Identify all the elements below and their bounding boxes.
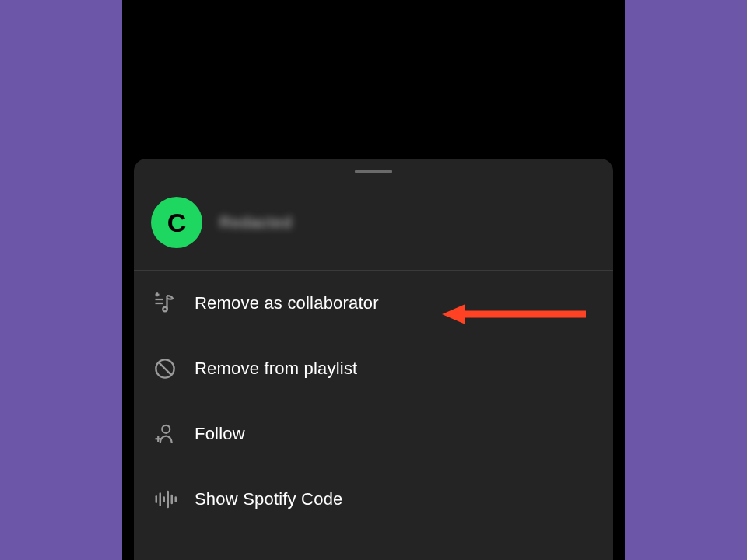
ban-icon (153, 356, 177, 381)
menu-item-remove-collaborator[interactable]: Remove as collaborator (134, 271, 613, 336)
svg-point-7 (162, 425, 170, 433)
menu-label: Show Spotify Code (195, 489, 343, 509)
menu-item-show-spotify-code[interactable]: Show Spotify Code (134, 467, 613, 532)
phone-frame: C Redacted (122, 0, 625, 560)
avatar-letter: C (167, 208, 187, 238)
add-to-playlist-icon (153, 291, 177, 316)
soundwave-icon (153, 487, 177, 512)
user-name: Redacted (219, 214, 293, 232)
menu-item-follow[interactable]: Follow (134, 401, 613, 467)
svg-line-6 (159, 362, 171, 375)
phone-screen: C Redacted (134, 0, 613, 560)
svg-point-4 (163, 307, 167, 312)
menu-label: Remove as collaborator (195, 293, 379, 313)
user-header: C Redacted (134, 173, 613, 271)
add-user-icon (153, 422, 177, 446)
bottom-sheet: C Redacted (134, 159, 613, 560)
menu-item-remove-from-playlist[interactable]: Remove from playlist (134, 336, 613, 401)
avatar[interactable]: C (151, 197, 202, 248)
menu-label: Remove from playlist (195, 359, 357, 379)
menu-list: Remove as collaborator Remove from playl… (134, 271, 613, 532)
menu-label: Follow (195, 424, 245, 444)
